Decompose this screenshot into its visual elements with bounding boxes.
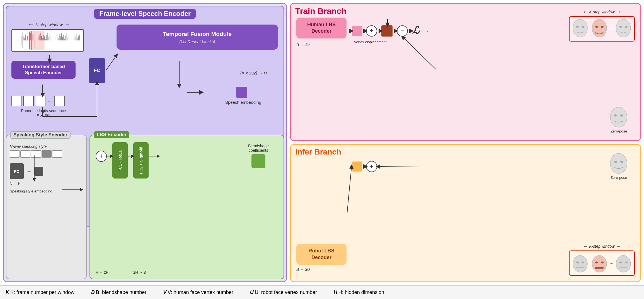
style-fc-row: FC →	[10, 163, 83, 179]
legend-u: U U: robot face vertex number	[250, 290, 317, 295]
svg-line-105	[403, 37, 436, 69]
style-box-w3	[31, 150, 41, 158]
svg-point-118	[619, 262, 622, 264]
human-lbs-decoder-box: Human LBS Decoder	[296, 18, 347, 38]
infer-branch-title: Infer Branch	[295, 148, 341, 156]
h-2h-label: H → 2H	[96, 270, 108, 274]
human-face-3	[614, 18, 633, 39]
temporal-fusion-box: Temporal Fusion Module (Mx Resnet blocks…	[117, 25, 278, 50]
phoneme-box-4	[54, 96, 65, 106]
svg-point-94	[625, 26, 628, 28]
k-step-human-faces: ← K-step window →	[582, 9, 621, 15]
human-face-2	[590, 18, 609, 39]
svg-rect-112	[576, 267, 584, 268]
blendshape-coeff-box	[251, 154, 265, 168]
human-face-1	[571, 18, 589, 39]
phoneme-dots: ···	[48, 98, 52, 104]
svg-point-109	[573, 255, 587, 272]
add-circle-lbs: +	[96, 151, 107, 162]
fc1-relu-box: FC1 + ReLU	[112, 142, 128, 179]
infer-branch-panel: Infer Branch Robot LBS Decoder B → 3U +	[290, 144, 641, 282]
plus-circle-train: +	[366, 25, 377, 37]
human-b-3v-label: B → 3V	[296, 43, 310, 47]
svg-rect-116	[595, 267, 604, 269]
svg-point-88	[582, 26, 584, 28]
fc2-sigmoid-box: FC2 + Sigmoid	[133, 142, 149, 179]
legend-h: H H: hidden dimension	[334, 290, 384, 295]
human-faces-window: ···	[569, 16, 635, 42]
style-box-w4	[52, 150, 62, 158]
style-embed-box	[34, 167, 43, 176]
model-architecture-panel: Model Architecture Frame-level Speech En…	[3, 3, 287, 282]
svg-point-110	[576, 262, 579, 264]
waveform-svg	[11, 29, 84, 52]
2h-b-label: 2H → B	[133, 270, 146, 274]
svg-line-123	[378, 167, 423, 167]
zero-pose-label-infer: Zero-pose	[611, 175, 627, 180]
speech-embed-label: Speech embedding	[225, 100, 261, 105]
style-encoder-panel: Speaking Style Encoder N-way speaking st…	[6, 135, 87, 279]
phoneme-box-3	[35, 96, 45, 106]
style-box-dark	[42, 150, 52, 158]
legend-b: B B: blendshape number	[91, 290, 146, 295]
phoneme-label: Phoneme logits sequence K x 392	[11, 108, 76, 117]
minus-circle-train: −	[397, 25, 408, 37]
face-dots: ···	[610, 26, 613, 32]
n-h-label: N → H	[10, 182, 83, 186]
svg-point-113	[592, 255, 607, 272]
fc-box-frame: FC	[89, 58, 105, 83]
robot-b-3u-label: B → 3U	[296, 267, 310, 272]
blendshape-coeff-label: Blendshape coefficients	[242, 144, 275, 153]
svg-point-92	[616, 19, 631, 37]
zero-pose-human-area: Zero-pose	[608, 105, 629, 133]
lbs-encoder-panel: LBS Encoder + FC1 + ReLU FC2 + Sigmoid B…	[89, 135, 284, 279]
robot-faces-window: ···	[569, 250, 635, 276]
svg-point-89	[592, 19, 607, 37]
svg-point-97	[620, 114, 623, 117]
svg-line-78	[106, 55, 117, 71]
svg-point-114	[595, 262, 598, 264]
train-branch-title: Train Branch	[295, 6, 346, 16]
robot-face-dots: ···	[610, 261, 613, 266]
dots-label: ···	[11, 52, 87, 56]
robot-lbs-decoder-box: Robot LBS Decoder	[296, 244, 347, 265]
svg-point-108	[620, 161, 623, 163]
svg-point-93	[619, 26, 622, 28]
svg-point-90	[595, 26, 598, 28]
waveform-area: ← K-step window →	[11, 21, 87, 56]
bottom-legend: K K: frame number per window B B: blends…	[0, 285, 644, 299]
svg-point-96	[614, 114, 617, 117]
zero-pose-robot-svg	[608, 152, 629, 175]
k-step-label-waveform: ← K-step window →	[11, 21, 87, 28]
svg-point-87	[576, 26, 579, 28]
zero-pose-robot-area: Zero-pose	[608, 152, 629, 180]
transformer-box: Transformer-based Speech Encoder	[11, 61, 76, 79]
robot-face-1	[571, 253, 589, 274]
phoneme-boxes-row: ···	[11, 96, 65, 106]
svg-line-121	[347, 167, 352, 213]
dim-k392-h: (K x 392) → H	[240, 71, 267, 75]
plus-circle-infer: +	[366, 161, 377, 172]
svg-point-95	[610, 107, 627, 127]
legend-v: V V: human face vertex number	[163, 290, 233, 295]
svg-point-111	[582, 262, 584, 264]
n-way-label: N-way speaking style	[10, 144, 83, 149]
svg-point-117	[616, 255, 631, 272]
orange-square-infer	[352, 161, 362, 172]
arrow-right-style: →	[26, 168, 32, 174]
blendshape-area: Blendshape coefficients	[242, 144, 275, 168]
legend-k: K K: frame number per window	[6, 290, 74, 295]
svg-rect-120	[619, 267, 627, 268]
svg-point-91	[601, 26, 604, 28]
svg-point-86	[573, 19, 587, 37]
robot-face-3	[614, 253, 633, 274]
style-boxes-row	[10, 150, 83, 158]
speaking-style-embed-label: Speaking style embedding	[10, 189, 83, 193]
speech-embed-box	[236, 87, 247, 98]
phoneme-box-2	[23, 96, 34, 106]
loss-l-symbol: ℒ	[412, 25, 419, 36]
brown-square-train	[381, 25, 393, 37]
frame-encoder-title: Frame-level Speech Encoder	[94, 9, 196, 19]
svg-point-115	[601, 262, 604, 264]
vertex-displacement-label: Vertex displacement	[352, 40, 388, 44]
